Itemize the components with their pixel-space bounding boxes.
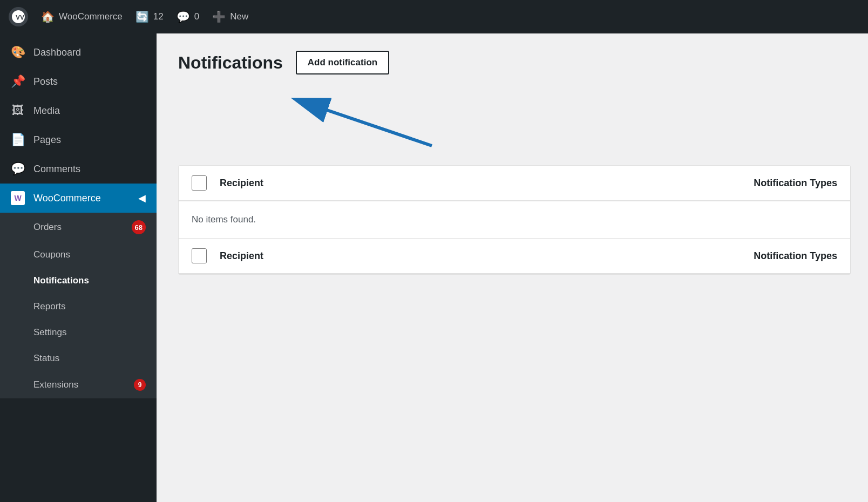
sidebar-item-media[interactable]: 🖼 Media — [0, 96, 157, 125]
updates-icon: 🔄 — [135, 10, 149, 23]
col-recipient-header: Recipient — [220, 178, 675, 189]
comments-sidebar-icon: 💬 — [11, 162, 25, 176]
page-header: Notifications Add notification — [178, 51, 851, 74]
adminbar-site[interactable]: 🏠 WooCommerce — [41, 10, 123, 23]
admin-bar: 🏠 WooCommerce 🔄 12 💬 0 ➕ New — [0, 0, 868, 33]
select-all-checkbox-footer[interactable] — [192, 248, 207, 263]
layout: 🎨 Dashboard 📌 Posts 🖼 Media 📄 Pages 💬 Co… — [0, 33, 868, 502]
arrow-annotation — [178, 92, 851, 157]
woocommerce-submenu: Orders 68 Coupons Notifications Reports … — [0, 213, 157, 398]
sidebar-item-settings[interactable]: Settings — [0, 320, 157, 345]
adminbar-updates[interactable]: 🔄 12 — [135, 10, 164, 23]
col-recipient-footer: Recipient — [220, 250, 675, 262]
main-content: Notifications Add notification Recipient — [157, 33, 868, 502]
col-notification-types-footer: Notification Types — [675, 250, 837, 262]
sidebar-item-extensions[interactable]: Extensions 9 — [0, 371, 157, 398]
collapse-arrow-icon: ◀ — [138, 192, 146, 204]
plus-icon: ➕ — [212, 10, 226, 23]
col-notification-types-header: Notification Types — [675, 178, 837, 189]
page-title: Notifications — [178, 53, 283, 73]
sidebar-item-dashboard[interactable]: 🎨 Dashboard — [0, 38, 157, 67]
add-notification-button[interactable]: Add notification — [296, 51, 389, 74]
woocommerce-icon: W — [11, 191, 25, 205]
sidebar-item-status[interactable]: Status — [0, 345, 157, 371]
svg-line-1 — [297, 100, 432, 146]
adminbar-new[interactable]: ➕ New — [212, 10, 248, 23]
home-icon: 🏠 — [41, 10, 55, 23]
notifications-table: Recipient Notification Types No items fo… — [178, 165, 851, 275]
extensions-badge: 9 — [134, 379, 146, 391]
sidebar-item-woocommerce[interactable]: W WooCommerce ◀ — [0, 184, 157, 213]
table-header-row: Recipient Notification Types — [179, 166, 850, 201]
sidebar-item-comments[interactable]: 💬 Comments — [0, 154, 157, 184]
sidebar: 🎨 Dashboard 📌 Posts 🖼 Media 📄 Pages 💬 Co… — [0, 33, 157, 502]
arrow-svg — [275, 92, 448, 151]
empty-row: No items found. — [179, 201, 850, 239]
sidebar-item-pages[interactable]: 📄 Pages — [0, 125, 157, 154]
media-icon: 🖼 — [11, 104, 25, 118]
pages-icon: 📄 — [11, 133, 25, 147]
sidebar-item-posts[interactable]: 📌 Posts — [0, 67, 157, 96]
posts-icon: 📌 — [11, 74, 25, 89]
comments-icon: 💬 — [177, 10, 190, 23]
sidebar-item-coupons[interactable]: Coupons — [0, 242, 157, 268]
sidebar-item-orders[interactable]: Orders 68 — [0, 213, 157, 242]
select-all-checkbox[interactable] — [192, 175, 207, 191]
dashboard-icon: 🎨 — [11, 45, 25, 59]
table-footer-row: Recipient Notification Types — [179, 239, 850, 274]
sidebar-item-notifications[interactable]: Notifications — [0, 268, 157, 294]
sidebar-item-reports[interactable]: Reports — [0, 294, 157, 320]
adminbar-comments[interactable]: 💬 0 — [177, 10, 199, 23]
wp-logo[interactable] — [9, 7, 28, 26]
orders-badge: 68 — [132, 220, 146, 234]
